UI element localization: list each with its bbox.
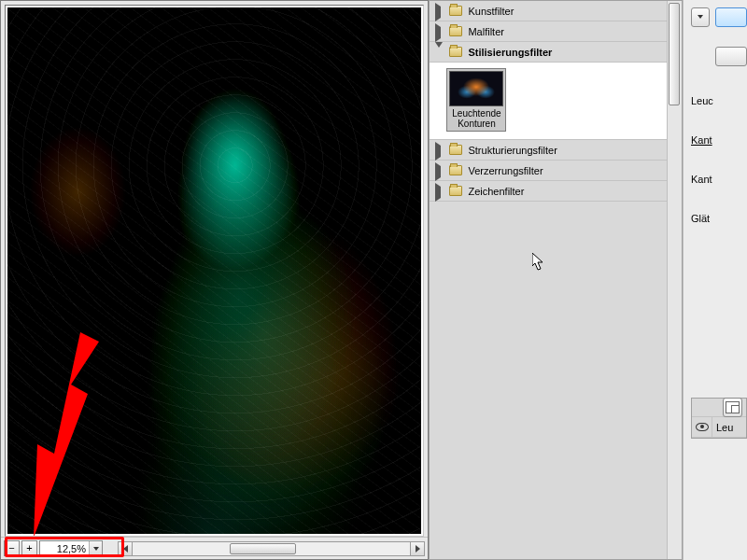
chevron-right-icon <box>435 3 441 21</box>
chevron-right-icon <box>416 545 420 553</box>
chevron-down-icon <box>698 15 703 19</box>
param1-label: Kant <box>691 134 712 146</box>
chevron-down-icon <box>93 547 99 551</box>
category-zeichenfilter[interactable]: Zeichenfilter <box>430 181 682 202</box>
chevron-left-icon <box>123 545 128 553</box>
param3-label: Glät <box>691 213 710 224</box>
filter-tree-scroll[interactable]: Kunstfilter Malfilter Stilisierungsfilte… <box>430 1 682 559</box>
category-label: Strukturierungsfilter <box>468 145 676 156</box>
scroll-thumb[interactable] <box>669 3 680 105</box>
scroll-thumb[interactable] <box>230 543 296 554</box>
category-kunstfilter[interactable]: Kunstfilter <box>430 1 682 21</box>
cancel-button[interactable] <box>715 47 747 66</box>
new-effect-layer-button[interactable] <box>723 398 742 417</box>
category-label: Zeichenfilter <box>468 186 676 197</box>
effect-layer-row[interactable]: Leu <box>692 417 746 438</box>
zoom-bar: − + <box>1 537 428 559</box>
zoom-input[interactable] <box>40 541 89 555</box>
preview-pane: − + <box>0 0 429 560</box>
zoom-field[interactable] <box>39 540 103 556</box>
filter-gallery-window: − + <box>0 0 747 560</box>
category-label: Stilisierungsfilter <box>468 47 676 58</box>
zoom-out-button[interactable]: − <box>4 540 20 556</box>
preview-h-scrollbar[interactable] <box>118 541 425 556</box>
visibility-toggle[interactable] <box>692 417 712 438</box>
category-label: Malfilter <box>468 26 676 37</box>
category-stilisierungsfilter[interactable]: Stilisierungsfilter <box>430 42 682 63</box>
filter-thumb-label: Leuchtende Konturen <box>449 108 503 129</box>
plus-icon: + <box>26 543 32 553</box>
eye-icon <box>696 423 709 431</box>
chevron-right-icon <box>435 162 441 181</box>
category-verzerrungsfilter[interactable]: Verzerrungsfilter <box>430 161 682 181</box>
filter-thumb-leuchtende-konturen[interactable]: Leuchtende Konturen <box>446 68 506 132</box>
category-strukturierungsfilter[interactable]: Strukturierungsfilter <box>430 140 682 161</box>
chevron-right-icon <box>435 183 441 202</box>
scroll-left-button[interactable] <box>118 541 133 556</box>
folder-icon <box>449 26 462 36</box>
folder-icon <box>449 47 462 57</box>
zoom-dropdown-button[interactable] <box>89 541 102 555</box>
filter-tree-v-scrollbar[interactable] <box>667 1 682 559</box>
filter-params-pane: Leuc Kant Kant Glät Leu <box>683 0 747 560</box>
category-label: Verzerrungsfilter <box>468 165 676 176</box>
category-thumbnails: Leuchtende Konturen <box>430 63 682 140</box>
preview-viewport[interactable] <box>5 5 424 537</box>
chevron-right-icon <box>435 23 441 42</box>
effect-layers-panel: Leu <box>691 398 747 439</box>
svg-marker-1 <box>532 253 543 270</box>
folder-icon <box>449 6 462 16</box>
scroll-right-button[interactable] <box>410 541 425 556</box>
folder-icon <box>449 165 462 175</box>
effect-layer-label: Leu <box>712 422 737 433</box>
filter-tree: Kunstfilter Malfilter Stilisierungsfilte… <box>430 1 682 202</box>
new-layer-icon <box>726 401 740 413</box>
folder-icon <box>449 145 462 155</box>
chevron-right-icon <box>435 142 441 161</box>
param2-label: Kant <box>691 174 712 185</box>
zoom-in-button[interactable]: + <box>21 540 37 556</box>
preview-image <box>7 7 421 534</box>
category-malfilter[interactable]: Malfilter <box>430 21 682 42</box>
category-label: Kunstfilter <box>468 6 676 17</box>
ok-button[interactable] <box>715 7 747 27</box>
folder-icon <box>449 186 462 196</box>
filter-thumb-image <box>449 71 503 106</box>
cursor-icon <box>532 253 545 272</box>
minus-icon: − <box>8 543 14 553</box>
collapse-tree-button[interactable] <box>691 7 710 27</box>
filter-tree-pane: Kunstfilter Malfilter Stilisierungsfilte… <box>429 0 683 560</box>
chevron-down-icon <box>435 42 443 59</box>
filter-name-label: Leuc <box>691 95 713 106</box>
scroll-track[interactable] <box>133 541 410 556</box>
